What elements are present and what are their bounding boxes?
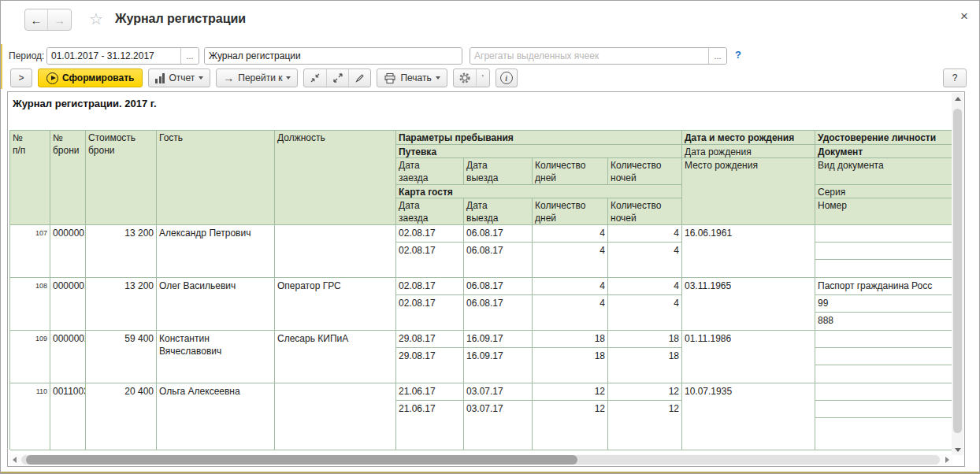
cell-days[interactable]: 18 18 (533, 331, 608, 383)
cell-position[interactable] (275, 383, 396, 450)
horizontal-scroll-track[interactable] (21, 455, 940, 465)
cell-nights[interactable]: 18 18 (608, 331, 682, 383)
favorites-star-icon[interactable]: ☆ (89, 11, 103, 27)
cell-booking-cost[interactable]: 13 200 (86, 278, 157, 331)
scroll-left-button[interactable] (9, 454, 20, 465)
voucher-arrival[interactable]: 02.08.17 (396, 278, 463, 295)
vertical-scrollbar[interactable] (952, 93, 963, 455)
card-nights[interactable]: 18 (608, 348, 681, 365)
card-arrival[interactable]: 02.08.17 (396, 295, 463, 313)
cell-arrival[interactable]: 02.08.17 02.08.17 (396, 225, 464, 278)
cell-guest[interactable]: Олег Васильевич (157, 278, 275, 331)
cell-birth-date[interactable]: 16.06.1961 (682, 225, 815, 278)
doc-number[interactable]: 888 (815, 313, 952, 330)
aggregates-ellipsis-button[interactable]: ... (708, 48, 726, 64)
cell-guest[interactable]: Константин Вячеславович (157, 331, 275, 383)
cell-booking-num[interactable]: 0000001 (50, 225, 86, 278)
voucher-departure[interactable]: 03.07.17 (464, 383, 532, 401)
doc-series[interactable]: 99 (815, 295, 952, 313)
cell-position[interactable]: Оператор ГРС (275, 278, 396, 331)
print-menu-button[interactable]: Печать (377, 69, 447, 87)
cell-booking-cost[interactable]: 59 400 (86, 331, 157, 383)
card-departure[interactable]: 06.08.17 (464, 295, 532, 313)
cell-row-num[interactable]: 110 (10, 383, 50, 450)
doc-type[interactable] (815, 383, 952, 401)
collapse-button[interactable] (304, 69, 326, 87)
card-departure[interactable]: 03.07.17 (464, 401, 532, 418)
voucher-departure[interactable]: 16.09.17 (464, 331, 532, 348)
voucher-days[interactable]: 4 (533, 278, 607, 295)
report-menu-button[interactable]: Отчет (148, 69, 210, 87)
vertical-scroll-thumb[interactable] (953, 109, 962, 433)
aggregates-help-link[interactable]: ? (735, 49, 741, 61)
cell-booking-num[interactable]: 0000002 (50, 331, 86, 383)
cell-days[interactable]: 4 4 (533, 278, 608, 331)
voucher-nights[interactable]: 4 (608, 225, 681, 243)
cell-booking-num[interactable]: 0000001 (50, 278, 86, 331)
cell-booking-cost[interactable]: 20 400 (86, 383, 157, 450)
card-nights[interactable]: 4 (608, 243, 681, 260)
generate-button[interactable]: Сформировать (38, 69, 143, 87)
horizontal-scrollbar[interactable] (9, 454, 952, 465)
settings-more-button[interactable]: ’ (476, 69, 489, 87)
voucher-arrival[interactable]: 29.08.17 (396, 331, 463, 348)
card-arrival[interactable]: 29.08.17 (396, 348, 463, 365)
voucher-days[interactable]: 18 (533, 331, 607, 348)
doc-number[interactable] (815, 365, 952, 383)
period-input[interactable] (47, 48, 180, 64)
card-nights[interactable]: 4 (608, 295, 681, 313)
scroll-up-button[interactable] (952, 93, 963, 104)
cell-identity[interactable]: Паспорт гражданина Росс 99 888 (815, 278, 952, 331)
cell-row-num[interactable]: 109 (10, 331, 50, 383)
show-settings-button[interactable]: > (10, 69, 32, 87)
cell-booking-cost[interactable]: 13 200 (86, 225, 157, 278)
card-nights[interactable]: 12 (608, 401, 681, 418)
cell-arrival[interactable]: 21.06.17 21.06.17 (396, 383, 464, 450)
cell-days[interactable]: 12 12 (533, 383, 608, 450)
settings-button[interactable] (454, 69, 476, 87)
voucher-departure[interactable]: 06.08.17 (464, 278, 532, 295)
cell-nights[interactable]: 4 4 (608, 225, 682, 278)
card-days[interactable]: 4 (533, 295, 607, 313)
doc-series[interactable] (815, 243, 952, 260)
cell-departure[interactable]: 06.08.17 06.08.17 (464, 225, 533, 278)
card-arrival[interactable]: 02.08.17 (396, 243, 463, 260)
card-days[interactable]: 4 (533, 243, 607, 260)
report-name-input[interactable] (205, 48, 462, 64)
voucher-nights[interactable]: 18 (608, 331, 681, 348)
doc-series[interactable] (815, 401, 952, 418)
goto-menu-button[interactable]: → Перейти к (216, 69, 298, 87)
cell-arrival[interactable]: 02.08.17 02.08.17 (396, 278, 464, 331)
voucher-arrival[interactable]: 02.08.17 (396, 225, 463, 243)
cell-position[interactable]: Слесарь КИПиА (275, 331, 396, 383)
cell-identity[interactable] (815, 383, 952, 450)
close-icon[interactable]: × (960, 9, 968, 23)
cell-departure[interactable]: 06.08.17 06.08.17 (464, 278, 533, 331)
card-days[interactable]: 18 (533, 348, 607, 365)
cell-nights[interactable]: 12 12 (608, 383, 682, 450)
voucher-departure[interactable]: 06.08.17 (464, 225, 532, 243)
card-arrival[interactable]: 21.06.17 (396, 401, 463, 418)
voucher-days[interactable]: 4 (533, 225, 607, 243)
scroll-right-button[interactable] (941, 454, 952, 465)
horizontal-scroll-thumb[interactable] (26, 455, 577, 465)
cell-identity[interactable] (815, 225, 952, 278)
edit-button[interactable] (348, 69, 370, 87)
voucher-nights[interactable]: 4 (608, 278, 681, 295)
doc-number[interactable] (815, 418, 952, 435)
doc-number[interactable] (815, 260, 952, 277)
cell-departure[interactable]: 16.09.17 16.09.17 (464, 331, 533, 383)
scroll-down-button[interactable] (952, 444, 963, 455)
forward-button[interactable]: → (48, 9, 71, 30)
cell-position[interactable] (275, 225, 396, 278)
cell-guest[interactable]: Александр Петрович (157, 225, 275, 278)
cell-departure[interactable]: 03.07.17 03.07.17 (464, 383, 533, 450)
period-ellipsis-button[interactable]: ... (180, 48, 199, 64)
cell-arrival[interactable]: 29.08.17 29.08.17 (396, 331, 464, 383)
cell-guest[interactable]: Ольга Алексеевна (157, 383, 275, 450)
card-days[interactable]: 12 (533, 401, 607, 418)
help-button[interactable]: ? (943, 69, 967, 87)
card-departure[interactable]: 16.09.17 (464, 348, 532, 365)
card-departure[interactable]: 06.08.17 (464, 243, 532, 260)
cell-birth-date[interactable]: 10.07.1935 (682, 383, 815, 450)
